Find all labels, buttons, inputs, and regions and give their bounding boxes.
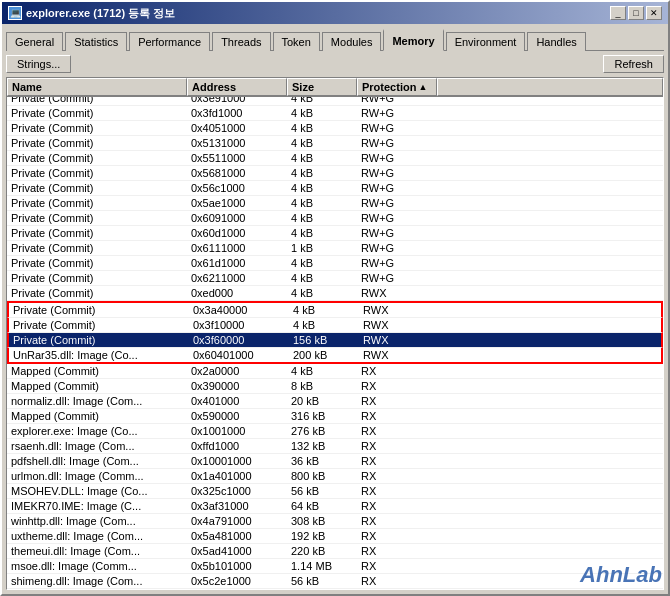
table-row[interactable]: Private (Commit)0x56810004 kBRW+G bbox=[7, 166, 663, 181]
column-address: Address bbox=[187, 78, 287, 96]
tab-modules[interactable]: Modules bbox=[322, 32, 382, 51]
tab-memory[interactable]: Memory bbox=[383, 29, 443, 51]
cell-address: 0x5681000 bbox=[187, 166, 287, 180]
cell-address: 0x6091000 bbox=[187, 211, 287, 225]
refresh-button[interactable]: Refresh bbox=[603, 55, 664, 73]
minimize-button[interactable]: _ bbox=[610, 6, 626, 20]
tab-performance[interactable]: Performance bbox=[129, 32, 210, 51]
cell-extra bbox=[437, 181, 663, 195]
table-body[interactable]: Private (Commit)0x3e910004 kBRW+GPrivate… bbox=[7, 97, 663, 589]
cell-protection: RX bbox=[357, 544, 437, 558]
table-row[interactable]: Private (Commit)0x60d10004 kBRW+G bbox=[7, 226, 663, 241]
cell-extra bbox=[437, 499, 663, 513]
cell-protection: RX bbox=[357, 394, 437, 408]
cell-size: 64 kB bbox=[287, 499, 357, 513]
table-row[interactable]: Private (Commit)0xed0004 kBRWX bbox=[7, 286, 663, 301]
cell-size: 4 kB bbox=[289, 303, 359, 317]
table-row[interactable]: Private (Commit)0x60910004 kBRW+G bbox=[7, 211, 663, 226]
cell-name: shimeng.dll: Image (Com... bbox=[7, 574, 187, 588]
table-row[interactable]: normaliz.dll: Image (Com...0x40100020 kB… bbox=[7, 394, 663, 409]
maximize-button[interactable]: □ bbox=[628, 6, 644, 20]
window-icon: 💻 bbox=[8, 6, 22, 20]
cell-extra bbox=[437, 409, 663, 423]
table-row[interactable]: urlmon.dll: Image (Comm...0x1a401000800 … bbox=[7, 469, 663, 484]
tab-token[interactable]: Token bbox=[273, 32, 320, 51]
cell-size: 56 kB bbox=[287, 484, 357, 498]
close-button[interactable]: ✕ bbox=[646, 6, 662, 20]
main-window: 💻 explorer.exe (1712) 등록 정보 _ □ ✕ Genera… bbox=[0, 0, 670, 596]
cell-protection: RW+G bbox=[357, 226, 437, 240]
table-row[interactable]: uxtheme.dll: Image (Com...0x5a481000192 … bbox=[7, 529, 663, 544]
tab-environment[interactable]: Environment bbox=[446, 32, 526, 51]
cell-address: 0x3a40000 bbox=[189, 303, 289, 317]
table-row[interactable]: Private (Commit)0x51310004 kBRW+G bbox=[7, 136, 663, 151]
cell-name: Private (Commit) bbox=[7, 121, 187, 135]
cell-protection: RX bbox=[357, 559, 437, 573]
cell-protection: RW+G bbox=[357, 181, 437, 195]
toolbar: Strings... Refresh bbox=[6, 55, 664, 73]
table-row[interactable]: winhttp.dll: Image (Com...0x4a791000308 … bbox=[7, 514, 663, 529]
cell-size: 156 kB bbox=[289, 333, 359, 347]
cell-address: 0x2a0000 bbox=[187, 364, 287, 378]
cell-protection: RW+G bbox=[357, 121, 437, 135]
window-title: explorer.exe (1712) 등록 정보 bbox=[26, 6, 175, 21]
cell-protection: RX bbox=[357, 439, 437, 453]
tab-bar: General Statistics Performance Threads T… bbox=[2, 24, 668, 50]
cell-extra bbox=[437, 364, 663, 378]
cell-size: 1.14 MB bbox=[287, 559, 357, 573]
cell-name: themeui.dll: Image (Com... bbox=[7, 544, 187, 558]
table-row[interactable]: rsaenh.dll: Image (Com...0xffd1000132 kB… bbox=[7, 439, 663, 454]
table-row[interactable]: Private (Commit)0x40510004 kBRW+G bbox=[7, 121, 663, 136]
cell-extra bbox=[437, 271, 663, 285]
tab-general[interactable]: General bbox=[6, 32, 63, 51]
table-row[interactable]: IMEKR70.IME: Image (C...0x3af3100064 kBR… bbox=[7, 499, 663, 514]
table-row[interactable]: themeui.dll: Image (Com...0x5ad41000220 … bbox=[7, 544, 663, 559]
table-row[interactable]: Private (Commit)0x61d10004 kBRW+G bbox=[7, 256, 663, 271]
table-row[interactable]: Mapped (Commit)0x590000316 kBRX bbox=[7, 409, 663, 424]
table-row[interactable]: Private (Commit)0x3a400004 kBRWX bbox=[7, 301, 663, 318]
table-row[interactable]: MSOHEV.DLL: Image (Co...0x325c100056 kBR… bbox=[7, 484, 663, 499]
title-bar: 💻 explorer.exe (1712) 등록 정보 _ □ ✕ bbox=[2, 2, 668, 24]
table-row[interactable]: Private (Commit)0x3e910004 kBRW+G bbox=[7, 97, 663, 106]
cell-size: 4 kB bbox=[287, 97, 357, 105]
table-row[interactable]: Private (Commit)0x3fd10004 kBRW+G bbox=[7, 106, 663, 121]
cell-address: 0x5c2e1000 bbox=[187, 574, 287, 588]
table-row[interactable]: UnRar35.dll: Image (Co...0x60401000200 k… bbox=[7, 348, 663, 364]
cell-address: 0x3fd1000 bbox=[187, 106, 287, 120]
cell-size: 220 kB bbox=[287, 544, 357, 558]
table-row[interactable]: Private (Commit)0x56c10004 kBRW+G bbox=[7, 181, 663, 196]
table-row[interactable]: Private (Commit)0x5ae10004 kBRW+G bbox=[7, 196, 663, 211]
cell-size: 4 kB bbox=[287, 196, 357, 210]
table-row[interactable]: Private (Commit)0x62110004 kBRW+G bbox=[7, 271, 663, 286]
strings-button[interactable]: Strings... bbox=[6, 55, 71, 73]
table-row[interactable]: Private (Commit)0x61110001 kBRW+G bbox=[7, 241, 663, 256]
cell-protection: RWX bbox=[359, 333, 439, 347]
table-row[interactable]: Mapped (Commit)0x2a00004 kBRX bbox=[7, 364, 663, 379]
cell-name: urlmon.dll: Image (Comm... bbox=[7, 469, 187, 483]
table-row[interactable]: Private (Commit)0x55110004 kBRW+G bbox=[7, 151, 663, 166]
cell-extra bbox=[437, 439, 663, 453]
table-row[interactable]: msoe.dll: Image (Comm...0x5b1010001.14 M… bbox=[7, 559, 663, 574]
cell-address: 0x61d1000 bbox=[187, 256, 287, 270]
tab-handles[interactable]: Handles bbox=[527, 32, 585, 51]
cell-protection: RX bbox=[357, 454, 437, 468]
cell-address: 0x5b101000 bbox=[187, 559, 287, 573]
cell-extra bbox=[437, 166, 663, 180]
cell-address: 0x5131000 bbox=[187, 136, 287, 150]
table-row[interactable]: shimeng.dll: Image (Com...0x5c2e100056 k… bbox=[7, 574, 663, 589]
tab-statistics[interactable]: Statistics bbox=[65, 32, 127, 51]
cell-address: 0x5ae1000 bbox=[187, 196, 287, 210]
table-row[interactable]: explorer.exe: Image (Co...0x1001000276 k… bbox=[7, 424, 663, 439]
cell-name: Private (Commit) bbox=[7, 166, 187, 180]
tab-threads[interactable]: Threads bbox=[212, 32, 270, 51]
cell-address: 0x1001000 bbox=[187, 424, 287, 438]
table-row[interactable]: Private (Commit)0x3f100004 kBRWX bbox=[7, 318, 663, 333]
cell-address: 0x3af31000 bbox=[187, 499, 287, 513]
cell-size: 308 kB bbox=[287, 514, 357, 528]
cell-name: winhttp.dll: Image (Com... bbox=[7, 514, 187, 528]
cell-name: MSOHEV.DLL: Image (Co... bbox=[7, 484, 187, 498]
table-row[interactable]: pdfshell.dll: Image (Com...0x1000100036 … bbox=[7, 454, 663, 469]
table-row[interactable]: Private (Commit)0x3f60000156 kBRWX bbox=[7, 333, 663, 348]
cell-size: 8 kB bbox=[287, 379, 357, 393]
table-row[interactable]: Mapped (Commit)0x3900008 kBRX bbox=[7, 379, 663, 394]
